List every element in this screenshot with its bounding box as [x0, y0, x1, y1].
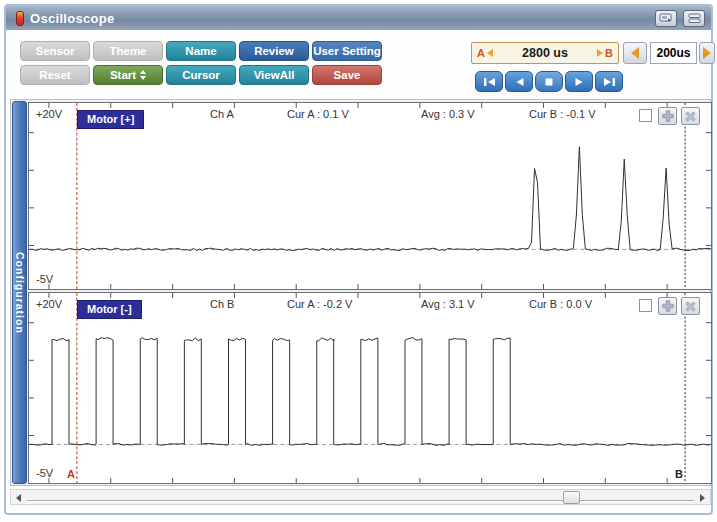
start-button[interactable]: Start	[93, 65, 163, 85]
channel-b-expand-button[interactable]	[658, 297, 677, 315]
ab-range-field[interactable]: A 2800 us B	[471, 42, 619, 64]
channel-a-name: Ch A	[210, 108, 234, 120]
horizontal-scrollbar[interactable]	[10, 489, 711, 505]
scrollbar-track[interactable]	[27, 500, 694, 502]
cursor-b-marker[interactable]: B	[675, 468, 683, 480]
transport-controls	[475, 71, 623, 92]
user-setting-button[interactable]: User Setting	[312, 41, 382, 61]
right-arrow-icon	[703, 47, 711, 59]
channel-b-waveform	[29, 293, 711, 483]
channel-a-panel: +20V Motor [+] Ch A Cur A : 0.1 V Avg : …	[28, 102, 712, 290]
channel-b-badge: Motor [-]	[77, 300, 142, 319]
scope-area: Configuration +20V Motor [+] Ch A Cur A …	[10, 99, 711, 486]
channel-b-checkbox[interactable]	[639, 299, 652, 312]
split-layout-icon[interactable]	[683, 10, 705, 27]
configuration-tab[interactable]: Configuration	[12, 101, 27, 484]
step-back-button[interactable]	[505, 71, 533, 92]
channel-a-cursor-a-value: Cur A : 0.1 V	[287, 108, 349, 120]
channel-a-cursor-b-value: Cur B : -0.1 V	[529, 108, 596, 120]
start-button-label: Start	[110, 69, 136, 81]
save-button[interactable]: Save	[312, 65, 382, 85]
theme-button[interactable]: Theme	[93, 41, 163, 61]
skip-last-button[interactable]	[595, 71, 623, 92]
app-window: Oscilloscope Sensor Theme Name Review Us…	[4, 4, 713, 515]
cursor-a-label: A	[477, 47, 485, 59]
channel-a-badge: Motor [+]	[77, 110, 144, 129]
timebase-increase-button[interactable]	[699, 42, 715, 64]
timebase-decrease-button[interactable]	[623, 42, 647, 64]
ab-range-value: 2800 us	[495, 46, 595, 60]
scroll-left-icon[interactable]	[16, 494, 21, 502]
cursor-a-marker[interactable]: A	[67, 468, 75, 480]
timebase-field[interactable]: 200us	[650, 42, 697, 64]
app-icon	[16, 11, 24, 26]
channel-b-cursor-b-value: Cur B : 0.0 V	[529, 298, 592, 310]
reset-button[interactable]: Reset	[20, 65, 90, 85]
channel-a-vmax-label: +20V	[36, 108, 62, 120]
b-right-arrow-icon	[597, 49, 603, 57]
channel-b-cursor-a-value: Cur A : -0.2 V	[287, 298, 352, 310]
configuration-tab-label: Configuration	[14, 252, 26, 334]
step-forward-button[interactable]	[565, 71, 593, 92]
channel-a-expand-button[interactable]	[658, 107, 677, 125]
left-arrow-icon	[631, 47, 639, 59]
review-button[interactable]: Review	[239, 41, 309, 61]
channel-b-panel: +20V Motor [-] Ch B Cur A : -0.2 V Avg :…	[28, 292, 712, 484]
cursor-button[interactable]: Cursor	[166, 65, 236, 85]
channel-b-vmax-label: +20V	[36, 298, 62, 310]
channel-b-vmin-label: -5V	[36, 467, 53, 479]
channel-a-checkbox[interactable]	[639, 109, 652, 122]
scroll-right-icon[interactable]	[700, 494, 705, 502]
stop-button[interactable]	[535, 71, 563, 92]
timebase-value: 200us	[656, 46, 690, 60]
titlebar: Oscilloscope	[6, 6, 711, 30]
a-left-arrow-icon	[487, 49, 493, 57]
viewall-button[interactable]: ViewAll	[239, 65, 309, 85]
toolbar: Sensor Theme Name Review User Setting Re…	[20, 41, 382, 85]
detach-window-icon[interactable]	[655, 10, 677, 27]
channel-b-close-button[interactable]	[681, 297, 700, 315]
channel-b-name: Ch B	[210, 298, 234, 310]
cursor-b-label: B	[605, 47, 613, 59]
channel-a-waveform	[29, 103, 711, 289]
channel-a-vmin-label: -5V	[36, 273, 53, 285]
channel-a-close-button[interactable]	[681, 107, 700, 125]
skip-first-button[interactable]	[475, 71, 503, 92]
sensor-button[interactable]: Sensor	[20, 41, 90, 61]
scrollbar-thumb[interactable]	[563, 491, 580, 504]
channel-a-avg-value: Avg : 0.3 V	[421, 108, 475, 120]
name-button[interactable]: Name	[166, 41, 236, 61]
channel-b-avg-value: Avg : 3.1 V	[421, 298, 475, 310]
window-title: Oscilloscope	[30, 11, 115, 26]
start-spinner-icon	[140, 70, 146, 80]
